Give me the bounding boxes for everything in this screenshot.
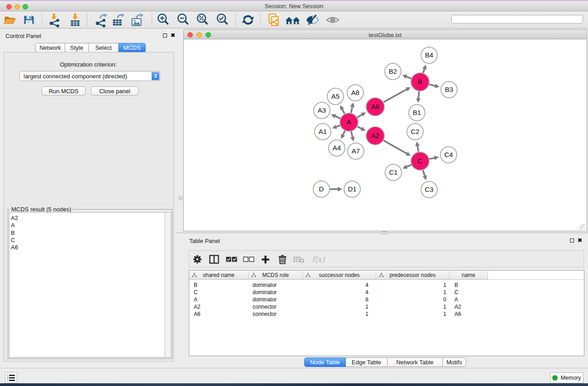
table-cell[interactable]: A	[454, 296, 458, 303]
graph-node-A3[interactable]: A3	[314, 102, 330, 119]
task-history-button[interactable]	[5, 372, 17, 383]
graph-node-B1[interactable]: B1	[409, 105, 425, 121]
graph-edge-A-A3[interactable]	[331, 114, 340, 119]
table-cell[interactable]: 4	[303, 281, 368, 289]
apply-layout-button[interactable]	[240, 12, 256, 28]
graph-edge-B-B3[interactable]	[429, 84, 439, 88]
graph-node-A6[interactable]: A6	[366, 98, 384, 116]
graph-edge-C-C3[interactable]	[423, 170, 427, 180]
table-cell[interactable]: connector	[253, 310, 277, 318]
table-cell[interactable]: A6	[194, 310, 201, 318]
graph-node-D[interactable]: D	[313, 181, 330, 197]
graph-edge-A-A7[interactable]	[350, 131, 355, 141]
close-panel-button[interactable]: Close panel	[91, 86, 139, 95]
graph-edge-A2-C[interactable]	[383, 140, 411, 156]
export-table-button[interactable]	[110, 12, 126, 28]
delete-table-button[interactable]	[291, 251, 307, 268]
control-tab-select[interactable]: Select	[89, 43, 119, 52]
column-header-MCDS-role[interactable]: MCDS role	[249, 271, 303, 280]
criterion-dropdown[interactable]: largest connected component (directed)	[19, 71, 160, 81]
import-table-button[interactable]	[67, 12, 83, 28]
export-network-button[interactable]	[93, 12, 109, 28]
search-input[interactable]	[451, 15, 583, 24]
table-cell[interactable]: 4	[303, 289, 368, 296]
graph-node-A7[interactable]: A7	[348, 143, 364, 159]
select-all-button[interactable]	[223, 251, 239, 268]
network-snapshot-button[interactable]	[266, 12, 282, 28]
graph-edge-C-C4[interactable]	[429, 156, 439, 160]
window-resize-handle[interactable]	[580, 224, 586, 230]
table-cell[interactable]: connector	[253, 303, 277, 310]
graph-node-B2[interactable]: B2	[385, 63, 401, 80]
table-cell[interactable]: B	[194, 281, 197, 289]
graph-node-D1[interactable]: D1	[344, 181, 360, 197]
control-tab-style[interactable]: Style	[65, 43, 89, 52]
table-cell[interactable]: dominator	[253, 296, 277, 303]
table-cell[interactable]: A	[194, 296, 197, 303]
column-header-name[interactable]: name	[449, 271, 488, 280]
column-visibility-button[interactable]	[206, 251, 222, 268]
control-tab-mcds[interactable]: MCDS	[119, 43, 146, 52]
zoom-in-button[interactable]	[155, 12, 172, 28]
column-header-shared-name[interactable]: shared name	[189, 271, 249, 280]
graph-edge-B-B2[interactable]	[402, 75, 411, 79]
zoom-selected-button[interactable]	[215, 12, 231, 28]
graph-node-A[interactable]: A	[340, 113, 358, 131]
memory-button[interactable]: Memory	[550, 372, 583, 383]
table-cell[interactable]: 8	[303, 296, 368, 303]
table-cell[interactable]: 1	[376, 310, 446, 318]
table-cell[interactable]: dominator	[253, 289, 277, 296]
delete-column-button[interactable]	[274, 251, 291, 268]
table-cell[interactable]: C	[454, 289, 459, 296]
table-tab-motifs[interactable]: Motifs	[443, 357, 466, 367]
first-neighbors-button[interactable]	[285, 12, 301, 28]
table-settings-button[interactable]	[189, 251, 206, 268]
graph-edge-A-A4[interactable]	[341, 131, 345, 139]
table-tab-node-table[interactable]: Node Table	[304, 357, 346, 367]
graph-edge-A-A8[interactable]	[350, 103, 354, 113]
graph-node-B4[interactable]: B4	[421, 47, 437, 63]
graph-edge-A-A2[interactable]	[358, 127, 366, 131]
import-network-button[interactable]	[47, 12, 63, 28]
graph-node-C3[interactable]: C3	[421, 181, 437, 198]
vertical-divider-handle[interactable]	[179, 196, 182, 200]
graph-edge-A-A1[interactable]	[332, 124, 340, 129]
table-cell[interactable]: B	[454, 281, 458, 289]
graph-node-C1[interactable]: C1	[385, 164, 402, 181]
function-builder-button[interactable]: f(x)	[309, 251, 328, 268]
table-cell[interactable]: C	[194, 289, 198, 296]
graph-node-C2[interactable]: C2	[407, 124, 423, 140]
save-session-button[interactable]	[21, 12, 37, 28]
float-panel-button[interactable]	[163, 33, 167, 38]
close-panel-icon[interactable]: ✖	[171, 33, 175, 38]
zoom-out-button[interactable]	[175, 12, 191, 28]
graph-node-B[interactable]: B	[411, 73, 429, 91]
graph-node-A2[interactable]: A2	[366, 127, 384, 145]
show-graphics-details-button[interactable]	[304, 12, 320, 28]
graph-node-A4[interactable]: A4	[329, 140, 345, 156]
network-window-titlebar[interactable]: testGlobe.txt	[183, 29, 587, 39]
graph-node-A5[interactable]: A5	[327, 88, 344, 105]
table-cell[interactable]: 1	[376, 281, 446, 289]
graph-node-A1[interactable]: A1	[315, 124, 331, 140]
zoom-fit-button[interactable]	[195, 12, 211, 28]
divider-handle[interactable]	[381, 231, 387, 234]
app-titlebar[interactable]: Session: New Session	[0, 1, 588, 11]
close-table-panel-icon[interactable]: ✖	[578, 238, 582, 243]
graph-edge-B-B1[interactable]	[416, 91, 421, 103]
graph-node-C4[interactable]: C4	[440, 147, 457, 163]
graph-node-A8[interactable]: A8	[347, 85, 363, 101]
open-session-button[interactable]	[2, 12, 18, 28]
column-header-successor-nodes[interactable]: successor nodes	[303, 271, 376, 280]
export-image-button[interactable]	[129, 12, 145, 28]
table-cell[interactable]: dominator	[253, 281, 277, 289]
graph-edge-D-D1[interactable]	[330, 187, 342, 191]
graph-node-B3[interactable]: B3	[441, 81, 457, 98]
table-cell[interactable]: 1	[376, 289, 446, 296]
graph-edge-C-C2[interactable]	[415, 142, 420, 152]
node-table[interactable]: shared nameMCDS rolesuccessor nodesprede…	[189, 270, 584, 356]
add-column-button[interactable]	[257, 251, 273, 268]
table-cell[interactable]: A2	[194, 303, 201, 310]
table-cell[interactable]: A2	[454, 303, 461, 310]
float-table-panel-button[interactable]	[570, 238, 574, 243]
